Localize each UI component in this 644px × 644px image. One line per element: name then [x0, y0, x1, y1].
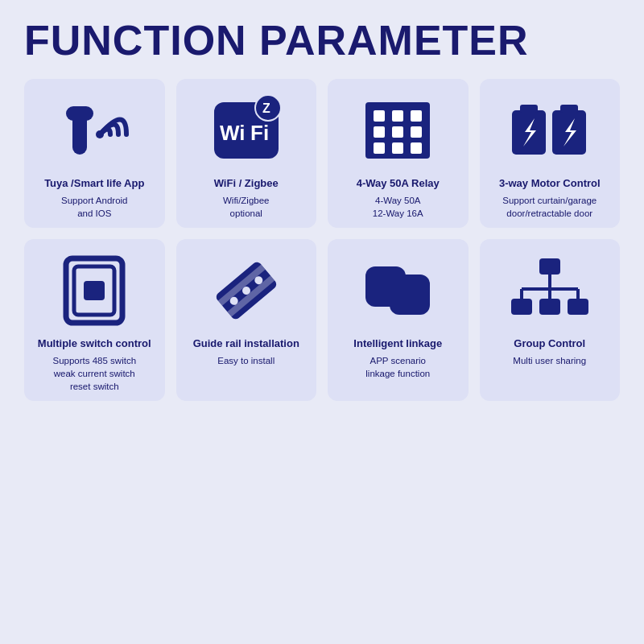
- svg-rect-22: [560, 105, 578, 113]
- motor-icon: [506, 90, 594, 171]
- tuya-title: Tuya /Smart life App: [44, 177, 144, 191]
- linkage-icon: [353, 250, 442, 331]
- motor-title: 3-way Motor Control: [499, 177, 601, 191]
- card-rail: Guide rail installation Easy to install: [176, 239, 317, 401]
- tuya-icon: [50, 90, 138, 171]
- relay-title: 4-Way 50A Relay: [357, 177, 440, 191]
- svg-rect-35: [390, 275, 406, 307]
- svg-rect-18: [512, 110, 546, 155]
- switch-title: Multiple switch control: [38, 337, 151, 351]
- svg-rect-14: [411, 126, 422, 138]
- svg-rect-42: [511, 299, 532, 315]
- card-tuya: Tuya /Smart life App Support Android and…: [24, 79, 165, 228]
- page-title: FUNCTION PARAMETER: [24, 16, 620, 64]
- linkage-title: Intelligent linkage: [353, 337, 442, 351]
- relay-sub: 4-Way 50A 12-Way 16A: [373, 194, 423, 220]
- svg-rect-13: [392, 126, 403, 138]
- svg-rect-1: [66, 106, 93, 121]
- tuya-sub: Support Android and IOS: [61, 194, 127, 220]
- card-relay: 4-Way 50A Relay 4-Way 50A 12-Way 16A: [328, 79, 469, 228]
- card-motor: 3-way Motor Control Support curtain/gara…: [480, 79, 621, 228]
- page: FUNCTION PARAMETER: [0, 0, 644, 644]
- switch-sub: Supports 485 switch weak current switch …: [52, 354, 136, 393]
- svg-rect-12: [374, 126, 385, 138]
- group-sub: Multi user sharing: [513, 354, 586, 367]
- svg-text:Wi: Wi: [220, 121, 246, 145]
- switch-icon: [50, 250, 138, 331]
- motor-sub: Support curtain/garage door/retractable …: [502, 194, 597, 220]
- card-wifi: Wi Fi Z WiFi / Zigbee Wifi/Zigbee option…: [176, 79, 317, 228]
- svg-rect-9: [374, 110, 385, 122]
- svg-rect-10: [392, 110, 403, 122]
- wifi-title: WiFi / Zigbee: [214, 177, 279, 191]
- rail-icon: [202, 250, 291, 331]
- svg-rect-19: [520, 105, 538, 113]
- svg-rect-17: [411, 142, 422, 154]
- card-switch: Multiple switch control Supports 485 swi…: [24, 239, 165, 401]
- card-group: Group Control Multi user sharing: [480, 239, 621, 401]
- wifi-sub: Wifi/Zigbee optional: [223, 194, 270, 220]
- relay-icon: [353, 90, 442, 171]
- svg-text:Z: Z: [262, 101, 270, 115]
- card-linkage: Intelligent linkage APP scenario linkage…: [328, 239, 469, 401]
- svg-rect-21: [552, 110, 586, 155]
- svg-rect-43: [539, 299, 560, 315]
- rail-sub: Easy to install: [217, 354, 275, 367]
- svg-rect-16: [392, 142, 403, 154]
- svg-rect-44: [568, 299, 588, 315]
- feature-grid: Tuya /Smart life App Support Android and…: [24, 79, 620, 401]
- svg-point-2: [96, 130, 104, 138]
- svg-rect-15: [374, 142, 385, 154]
- svg-text:Fi: Fi: [250, 121, 269, 145]
- rail-title: Guide rail installation: [193, 337, 299, 351]
- svg-rect-36: [539, 258, 560, 275]
- group-icon: [506, 250, 594, 331]
- linkage-sub: APP scenario linkage function: [365, 354, 430, 380]
- svg-rect-26: [84, 281, 105, 300]
- svg-rect-11: [411, 110, 422, 122]
- group-title: Group Control: [514, 337, 585, 351]
- wifi-icon: Wi Fi Z: [202, 90, 291, 171]
